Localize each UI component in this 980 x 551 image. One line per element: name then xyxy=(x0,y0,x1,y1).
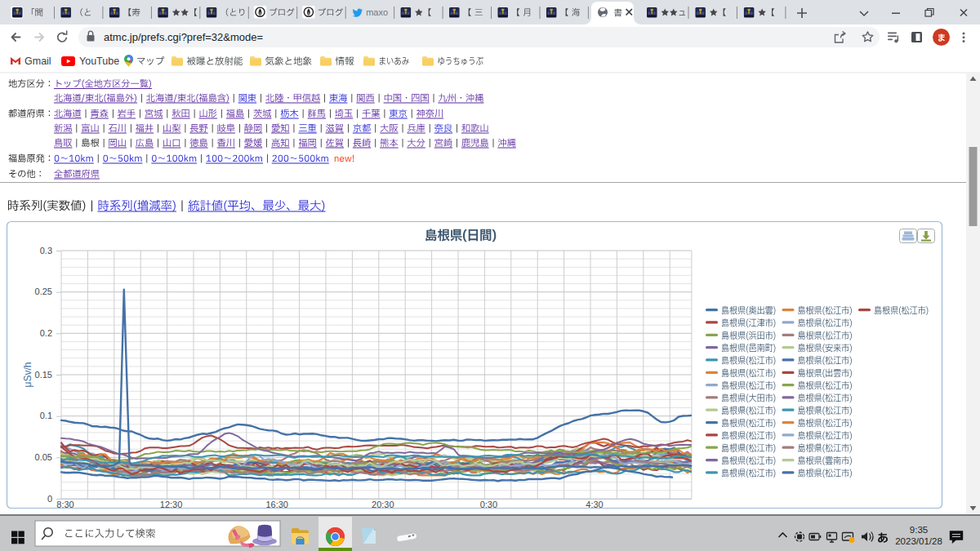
svg-text:0.15: 0.15 xyxy=(35,370,52,380)
svg-text:0.1: 0.1 xyxy=(40,411,52,420)
svg-text:YouTube: YouTube xyxy=(79,56,119,67)
svg-text:0.25: 0.25 xyxy=(35,287,52,296)
svg-text:0.2: 0.2 xyxy=(40,328,52,338)
svg-text:μSv/h: μSv/h xyxy=(22,362,33,388)
svg-text:16:30: 16:30 xyxy=(265,500,288,509)
svg-text:12:30: 12:30 xyxy=(160,500,183,509)
svg-text:0.05: 0.05 xyxy=(35,452,52,462)
svg-text:0:30: 0:30 xyxy=(480,500,497,509)
svg-text:0.3: 0.3 xyxy=(40,246,52,256)
svg-text:maxo: maxo xyxy=(366,7,388,17)
svg-text:4:30: 4:30 xyxy=(586,500,603,509)
svg-text:8:30: 8:30 xyxy=(56,500,74,509)
svg-text:2023/01/28: 2023/01/28 xyxy=(895,536,942,546)
svg-text:9:35: 9:35 xyxy=(910,525,928,535)
svg-text:0: 0 xyxy=(47,494,52,504)
svg-text:atmc.jp/prefs.cgi?pref=32&mode: atmc.jp/prefs.cgi?pref=32&mode= xyxy=(104,31,263,43)
svg-text:20:30: 20:30 xyxy=(372,500,394,509)
svg-text:Gmail: Gmail xyxy=(24,56,51,67)
